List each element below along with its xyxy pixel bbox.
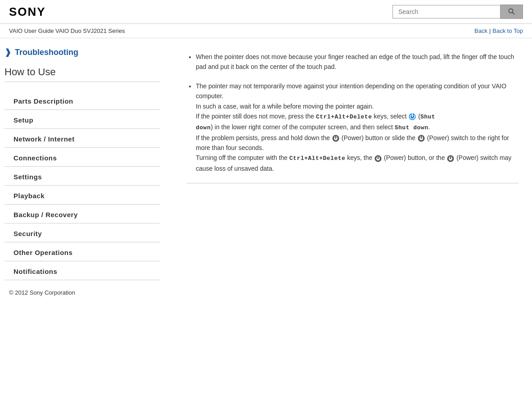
power-icon-5 (446, 154, 456, 161)
power-button-icon-4 (374, 155, 382, 163)
power-icon-1 (408, 113, 418, 120)
search-area (392, 5, 523, 19)
content-list: When the pointer does not move because y… (187, 52, 518, 174)
sidebar-item-parts-description[interactable]: Parts Description (5, 91, 160, 109)
breadcrumb-separator: | (489, 27, 491, 34)
bullet-1-text: When the pointer does not move because y… (196, 53, 514, 70)
sidebar-item-notifications[interactable]: Notifications (5, 261, 160, 280)
sidebar-troubleshooting[interactable]: ❱ Troubleshooting (5, 47, 160, 57)
svg-point-0 (509, 9, 513, 13)
breadcrumb-links: Back | Back to Top (474, 27, 523, 34)
kbd-shut-down-1: Shut (420, 114, 435, 120)
troubleshooting-label: Troubleshooting (15, 48, 78, 57)
sidebar-item-backup-recovery[interactable]: Backup / Recovery (5, 205, 160, 223)
footer: © 2012 Sony Corporation (0, 280, 532, 305)
how-to-use-heading: How to Use (5, 66, 160, 78)
sidebar-item-playback[interactable]: Playback (5, 186, 160, 204)
bullet-2-para-4: down) in the lower right corner of the c… (196, 122, 518, 133)
search-button[interactable] (500, 5, 523, 19)
sidebar-item-network-internet[interactable]: Network / Internet (5, 129, 160, 147)
back-to-top-link[interactable]: Back to Top (492, 27, 523, 34)
bullet-2-para-1: The pointer may not temporarily move aga… (196, 81, 518, 101)
power-icon-2 (332, 134, 342, 141)
bullet-2-para-2: In such a case, wait for a while before … (196, 101, 518, 111)
breadcrumb-text: VAIO User Guide VAIO Duo SVJ2021 Series (9, 27, 125, 34)
content-area: When the pointer does not move because y… (169, 47, 532, 280)
content-bottom-divider (187, 183, 518, 183)
power-button-icon-2 (332, 134, 340, 142)
kbd-shut-down-2: down (196, 124, 211, 131)
content-bullet-2: The pointer may not temporarily move aga… (196, 81, 518, 174)
divider-10 (5, 280, 160, 280)
back-link[interactable]: Back (474, 27, 487, 34)
bullet-2-para-5: If the problem persists, press and hold … (196, 133, 518, 153)
power-icon-4 (374, 154, 384, 161)
bullet-2-para-6: Turning off the computer with the Ctrl+A… (196, 153, 518, 173)
sidebar-item-connections[interactable]: Connections (5, 148, 160, 166)
breadcrumb-bar: VAIO User Guide VAIO Duo SVJ2021 Series … (0, 24, 532, 38)
troubleshooting-arrow-icon: ❱ (5, 47, 11, 57)
power-icon-3 (417, 134, 427, 141)
power-button-icon-1 (408, 113, 416, 121)
search-icon (508, 8, 515, 15)
search-input[interactable] (392, 5, 500, 18)
power-button-icon-3 (417, 134, 425, 142)
header: SONY (0, 0, 532, 24)
kbd-shut-down-3: Shut down (395, 124, 428, 131)
sony-logo: SONY (9, 5, 46, 19)
sidebar-item-other-operations[interactable]: Other Operations (5, 242, 160, 261)
kbd-ctrl-alt-delete-2: Ctrl+Alt+Delete (289, 155, 346, 162)
sidebar-title-section: ❱ Troubleshooting How to Use (5, 47, 160, 82)
svg-line-1 (512, 13, 514, 15)
content-bullet-1: When the pointer does not move because y… (196, 52, 518, 72)
sidebar: ❱ Troubleshooting How to Use Parts Descr… (0, 47, 169, 280)
bullet-2-para-3: If the pointer still does not move, pres… (196, 111, 518, 122)
section-divider-top (5, 82, 160, 82)
power-button-icon-5 (446, 155, 455, 163)
copyright-text: © 2012 Sony Corporation (9, 289, 75, 296)
kbd-ctrl-alt-delete-1: Ctrl+Alt+Delete (316, 114, 372, 120)
sidebar-nav: Parts Description Setup Network / Intern… (5, 91, 160, 280)
sidebar-item-setup[interactable]: Setup (5, 110, 160, 128)
sidebar-item-security[interactable]: Security (5, 223, 160, 242)
main-layout: ❱ Troubleshooting How to Use Parts Descr… (0, 38, 532, 280)
sidebar-item-settings[interactable]: Settings (5, 167, 160, 185)
